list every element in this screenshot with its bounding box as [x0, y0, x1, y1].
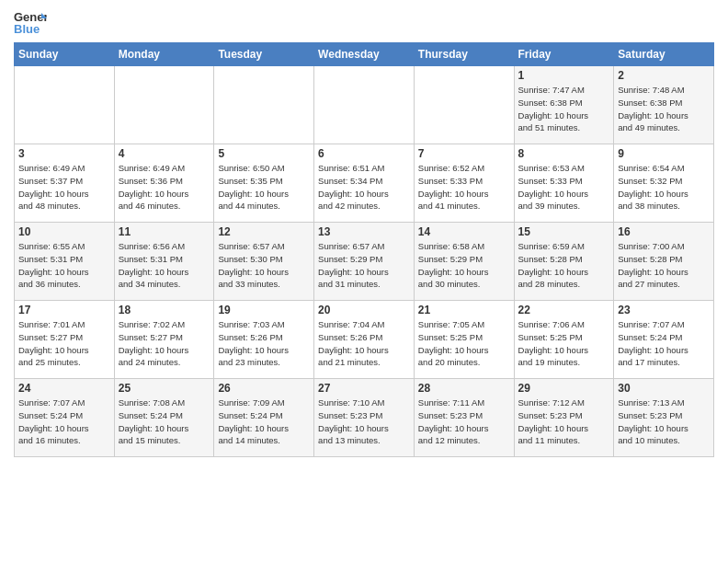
calendar-cell: 3Sunrise: 6:49 AM Sunset: 5:37 PM Daylig…	[15, 144, 115, 223]
calendar-cell: 27Sunrise: 7:10 AM Sunset: 5:23 PM Dayli…	[314, 379, 415, 457]
weekday-header: Saturday	[614, 43, 714, 66]
day-info: Sunrise: 6:53 AM Sunset: 5:33 PM Dayligh…	[518, 162, 610, 213]
calendar-week-row: 17Sunrise: 7:01 AM Sunset: 5:27 PM Dayli…	[15, 301, 714, 379]
calendar-cell: 7Sunrise: 6:52 AM Sunset: 5:33 PM Daylig…	[414, 144, 514, 223]
day-info: Sunrise: 7:48 AM Sunset: 6:38 PM Dayligh…	[618, 84, 710, 134]
day-info: Sunrise: 7:07 AM Sunset: 5:24 PM Dayligh…	[618, 318, 710, 369]
day-info: Sunrise: 6:50 AM Sunset: 5:35 PM Dayligh…	[218, 162, 310, 213]
calendar-cell: 10Sunrise: 6:55 AM Sunset: 5:31 PM Dayli…	[15, 223, 115, 301]
day-info: Sunrise: 7:00 AM Sunset: 5:28 PM Dayligh…	[618, 240, 710, 291]
calendar-cell	[114, 66, 214, 144]
logo-icon: General Blue	[14, 9, 47, 35]
calendar-cell: 13Sunrise: 6:57 AM Sunset: 5:29 PM Dayli…	[314, 223, 415, 301]
day-number: 13	[318, 225, 410, 238]
day-number: 11	[119, 225, 210, 238]
day-number: 19	[218, 304, 310, 316]
day-number: 6	[318, 147, 410, 160]
calendar-cell: 5Sunrise: 6:50 AM Sunset: 5:35 PM Daylig…	[214, 144, 314, 223]
day-info: Sunrise: 6:57 AM Sunset: 5:30 PM Dayligh…	[218, 240, 310, 291]
page-header: General Blue	[14, 9, 714, 35]
calendar-cell: 9Sunrise: 6:54 AM Sunset: 5:32 PM Daylig…	[614, 144, 714, 223]
day-info: Sunrise: 7:06 AM Sunset: 5:25 PM Dayligh…	[518, 318, 610, 369]
weekday-header: Tuesday	[214, 43, 314, 66]
day-info: Sunrise: 7:05 AM Sunset: 5:25 PM Dayligh…	[418, 318, 510, 369]
day-number: 17	[18, 304, 110, 316]
day-number: 30	[618, 382, 710, 395]
calendar-week-row: 10Sunrise: 6:55 AM Sunset: 5:31 PM Dayli…	[15, 223, 714, 301]
day-info: Sunrise: 7:11 AM Sunset: 5:23 PM Dayligh…	[418, 396, 510, 447]
day-info: Sunrise: 6:59 AM Sunset: 5:28 PM Dayligh…	[518, 240, 610, 291]
calendar-cell: 14Sunrise: 6:58 AM Sunset: 5:29 PM Dayli…	[414, 223, 514, 301]
calendar-cell: 2Sunrise: 7:48 AM Sunset: 6:38 PM Daylig…	[614, 66, 714, 144]
weekday-header: Thursday	[414, 43, 514, 66]
calendar-cell	[414, 66, 514, 144]
day-number: 20	[318, 304, 410, 316]
day-number: 25	[119, 382, 210, 395]
calendar-cell: 22Sunrise: 7:06 AM Sunset: 5:25 PM Dayli…	[514, 301, 614, 379]
calendar-cell: 19Sunrise: 7:03 AM Sunset: 5:26 PM Dayli…	[214, 301, 314, 379]
day-info: Sunrise: 7:07 AM Sunset: 5:24 PM Dayligh…	[18, 396, 110, 447]
calendar-cell: 1Sunrise: 7:47 AM Sunset: 6:38 PM Daylig…	[514, 66, 614, 144]
day-number: 22	[518, 304, 610, 316]
svg-text:Blue: Blue	[14, 22, 40, 35]
day-number: 26	[218, 382, 310, 395]
day-info: Sunrise: 7:04 AM Sunset: 5:26 PM Dayligh…	[318, 318, 410, 369]
calendar-cell: 23Sunrise: 7:07 AM Sunset: 5:24 PM Dayli…	[614, 301, 714, 379]
day-number: 12	[218, 225, 310, 238]
day-info: Sunrise: 6:58 AM Sunset: 5:29 PM Dayligh…	[418, 240, 510, 291]
calendar-cell: 21Sunrise: 7:05 AM Sunset: 5:25 PM Dayli…	[414, 301, 514, 379]
day-number: 8	[518, 147, 610, 160]
day-number: 23	[618, 304, 710, 316]
calendar-cell: 15Sunrise: 6:59 AM Sunset: 5:28 PM Dayli…	[514, 223, 614, 301]
calendar-week-row: 3Sunrise: 6:49 AM Sunset: 5:37 PM Daylig…	[15, 144, 714, 223]
day-number: 5	[218, 147, 310, 160]
calendar-cell: 30Sunrise: 7:13 AM Sunset: 5:23 PM Dayli…	[614, 379, 714, 457]
day-info: Sunrise: 6:55 AM Sunset: 5:31 PM Dayligh…	[18, 240, 110, 291]
day-info: Sunrise: 6:54 AM Sunset: 5:32 PM Dayligh…	[618, 162, 710, 213]
day-info: Sunrise: 7:01 AM Sunset: 5:27 PM Dayligh…	[18, 318, 110, 369]
day-info: Sunrise: 7:08 AM Sunset: 5:24 PM Dayligh…	[119, 396, 210, 447]
day-number: 21	[418, 304, 510, 316]
calendar-cell: 16Sunrise: 7:00 AM Sunset: 5:28 PM Dayli…	[614, 223, 714, 301]
weekday-header: Friday	[514, 43, 614, 66]
day-info: Sunrise: 6:52 AM Sunset: 5:33 PM Dayligh…	[418, 162, 510, 213]
calendar-cell: 20Sunrise: 7:04 AM Sunset: 5:26 PM Dayli…	[314, 301, 415, 379]
day-number: 7	[418, 147, 510, 160]
calendar-header-row: SundayMondayTuesdayWednesdayThursdayFrid…	[15, 43, 714, 66]
calendar-week-row: 24Sunrise: 7:07 AM Sunset: 5:24 PM Dayli…	[15, 379, 714, 457]
day-info: Sunrise: 7:02 AM Sunset: 5:27 PM Dayligh…	[119, 318, 210, 369]
calendar-cell	[314, 66, 415, 144]
calendar-cell: 17Sunrise: 7:01 AM Sunset: 5:27 PM Dayli…	[15, 301, 115, 379]
day-info: Sunrise: 6:49 AM Sunset: 5:37 PM Dayligh…	[18, 162, 110, 213]
day-info: Sunrise: 6:51 AM Sunset: 5:34 PM Dayligh…	[318, 162, 410, 213]
day-number: 14	[418, 225, 510, 238]
day-info: Sunrise: 7:03 AM Sunset: 5:26 PM Dayligh…	[218, 318, 310, 369]
day-number: 15	[518, 225, 610, 238]
calendar-cell	[214, 66, 314, 144]
day-number: 28	[418, 382, 510, 395]
calendar-cell: 29Sunrise: 7:12 AM Sunset: 5:23 PM Dayli…	[514, 379, 614, 457]
day-info: Sunrise: 7:12 AM Sunset: 5:23 PM Dayligh…	[518, 396, 610, 447]
day-number: 1	[518, 69, 610, 82]
calendar-cell: 6Sunrise: 6:51 AM Sunset: 5:34 PM Daylig…	[314, 144, 415, 223]
calendar-cell	[15, 66, 115, 144]
calendar-cell: 11Sunrise: 6:56 AM Sunset: 5:31 PM Dayli…	[114, 223, 214, 301]
calendar-cell: 28Sunrise: 7:11 AM Sunset: 5:23 PM Dayli…	[414, 379, 514, 457]
calendar-cell: 4Sunrise: 6:49 AM Sunset: 5:36 PM Daylig…	[114, 144, 214, 223]
day-info: Sunrise: 6:57 AM Sunset: 5:29 PM Dayligh…	[318, 240, 410, 291]
day-number: 16	[618, 225, 710, 238]
calendar-table: SundayMondayTuesdayWednesdayThursdayFrid…	[14, 42, 714, 457]
day-number: 27	[318, 382, 410, 395]
calendar-cell: 24Sunrise: 7:07 AM Sunset: 5:24 PM Dayli…	[15, 379, 115, 457]
calendar-body: 1Sunrise: 7:47 AM Sunset: 6:38 PM Daylig…	[15, 66, 714, 457]
day-number: 24	[18, 382, 110, 395]
day-number: 18	[119, 304, 210, 316]
day-info: Sunrise: 6:49 AM Sunset: 5:36 PM Dayligh…	[119, 162, 210, 213]
day-info: Sunrise: 7:09 AM Sunset: 5:24 PM Dayligh…	[218, 396, 310, 447]
day-number: 4	[119, 147, 210, 160]
day-info: Sunrise: 7:47 AM Sunset: 6:38 PM Dayligh…	[518, 84, 610, 134]
day-info: Sunrise: 7:10 AM Sunset: 5:23 PM Dayligh…	[318, 396, 410, 447]
day-number: 2	[618, 69, 710, 82]
day-number: 9	[618, 147, 710, 160]
day-number: 29	[518, 382, 610, 395]
